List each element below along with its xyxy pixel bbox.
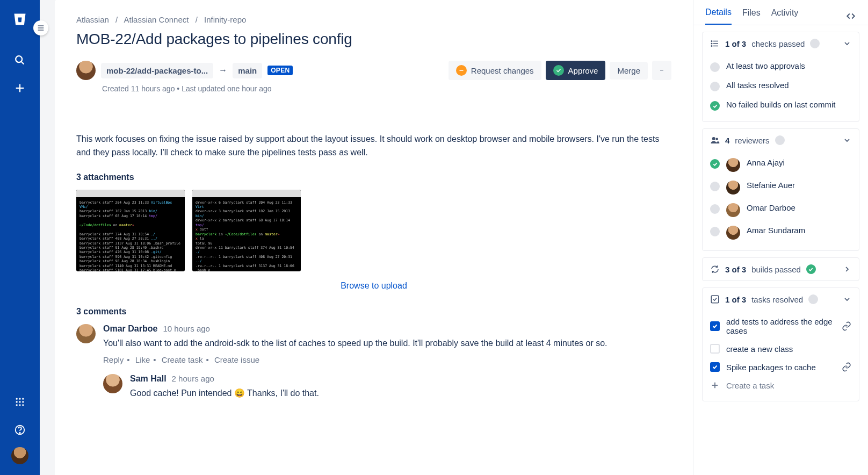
pr-meta-timestamps: Created 11 hours ago • Last updated one … [102, 84, 293, 93]
reply-link[interactable]: Reply [103, 355, 124, 364]
comment-avatar[interactable] [76, 324, 96, 343]
reviewers-panel: 4 reviewers Anna AjayiStefanie AuerOmar … [702, 128, 859, 251]
people-icon [710, 135, 720, 145]
reviewer-avatar[interactable] [726, 226, 740, 240]
comment-text: You'll also want to add the android-sdk … [103, 337, 671, 350]
plus-icon [710, 380, 720, 390]
reviewer-avatar[interactable] [726, 181, 740, 195]
help-icon[interactable] [9, 419, 31, 441]
tab-activity[interactable]: Activity [771, 8, 799, 24]
tab-details[interactable]: Details [705, 8, 732, 25]
svg-rect-30 [711, 296, 719, 303]
reviewers-panel-toggle[interactable]: 4 reviewers [703, 129, 859, 152]
sidebar-collapse-button[interactable] [33, 20, 48, 35]
refresh-icon [710, 264, 720, 274]
breadcrumb-repo[interactable]: Infinity-repo [204, 15, 246, 24]
svg-point-27 [711, 46, 712, 47]
svg-point-12 [22, 404, 24, 406]
reviewer-item: Stefanie Auer [710, 176, 851, 199]
reviewer-name[interactable]: Anna Ajayi [747, 158, 785, 167]
task-checkbox[interactable] [710, 321, 720, 331]
reviewer-avatar[interactable] [726, 158, 740, 172]
svg-point-26 [711, 43, 712, 44]
tasks-panel: 1 of 3 tasks resolved add tests to addre… [702, 287, 859, 401]
profile-avatar[interactable] [11, 447, 28, 464]
reviewer-item: Anna Ajayi [710, 154, 851, 176]
tasks-panel-toggle[interactable]: 1 of 3 tasks resolved [703, 288, 859, 311]
approved-icon [710, 159, 720, 169]
pending-icon [710, 227, 720, 236]
apps-icon[interactable] [9, 391, 31, 413]
svg-point-20 [661, 70, 662, 70]
breadcrumb-project[interactable]: Atlassian Connect [124, 15, 189, 24]
search-icon[interactable] [9, 49, 31, 71]
bitbucket-logo[interactable] [11, 11, 28, 28]
chevron-down-icon [843, 136, 851, 145]
status-indicator [810, 39, 820, 48]
svg-line-1 [21, 62, 24, 64]
task-item: add tests to address the edge cases [710, 313, 851, 340]
tab-files[interactable]: Files [742, 8, 761, 24]
breadcrumb-org[interactable]: Atlassian [76, 15, 109, 24]
svg-point-7 [16, 401, 18, 402]
pending-icon [710, 204, 720, 214]
comment-text: Good cache! Pun intended 😄 Thanks, I'll … [130, 387, 671, 400]
status-indicator [808, 294, 818, 304]
svg-point-21 [662, 70, 663, 70]
browse-upload-link[interactable]: Browse to upload [76, 281, 671, 291]
svg-point-6 [22, 398, 24, 400]
task-text: create a new class [726, 344, 851, 354]
chevron-down-icon [843, 39, 851, 48]
link-icon[interactable] [842, 321, 851, 331]
breadcrumb: Atlassian / Atlassian Connect / Infinity… [76, 15, 671, 24]
builds-panel: 3 of 3 builds passed [702, 257, 859, 281]
status-indicator [806, 264, 816, 274]
task-text: Spike packages to cache [726, 363, 835, 372]
attachment-thumbnail[interactable]: barryclark staff 204 Aug 23 11:33 Virtua… [76, 190, 185, 271]
create-task-button[interactable]: Create a task [710, 376, 851, 394]
task-item: create a new class [710, 340, 851, 358]
check-item: All tasks resolved [710, 76, 851, 96]
merge-button[interactable]: Merge [610, 62, 648, 80]
like-link[interactable]: Like [135, 355, 150, 364]
svg-point-8 [19, 401, 20, 402]
svg-point-10 [16, 404, 18, 406]
check-item-label: At least two approvals [726, 61, 805, 70]
chevron-right-icon [843, 265, 851, 274]
checks-panel-toggle[interactable]: 1 of 3 checks passed [703, 32, 859, 55]
reviewer-item: Amar Sundaram [710, 221, 851, 244]
svg-point-25 [711, 41, 712, 42]
comment-author[interactable]: Sam Hall [130, 374, 167, 384]
reviewer-name[interactable]: Omar Darboe [747, 203, 795, 212]
comment-author[interactable]: Omar Darboe [103, 324, 157, 334]
comment-time: 10 hours ago [163, 324, 210, 333]
chevron-down-icon [843, 295, 851, 304]
author-avatar[interactable] [76, 61, 96, 80]
expand-sidebar-icon[interactable] [845, 11, 856, 21]
check-item-label: All tasks resolved [726, 81, 789, 90]
svg-point-0 [16, 56, 22, 62]
builds-panel-toggle[interactable]: 3 of 3 builds passed [703, 258, 859, 280]
nav-rail [0, 0, 40, 475]
status-indicator [775, 135, 785, 145]
task-checkbox[interactable] [710, 362, 720, 372]
source-branch[interactable]: mob-22/add-packages-to... [101, 63, 213, 78]
target-branch[interactable]: main [233, 63, 262, 78]
svg-point-28 [712, 137, 715, 140]
create-task-link[interactable]: Create task [162, 355, 203, 364]
details-sidebar: Details Files Activity 1 of 3 checks pas… [693, 0, 868, 475]
task-checkbox[interactable] [710, 344, 720, 354]
reviewer-name[interactable]: Amar Sundaram [747, 226, 805, 235]
comment-avatar[interactable] [103, 374, 122, 393]
svg-point-9 [22, 401, 24, 402]
approve-button[interactable]: Approve [546, 61, 606, 80]
attachment-thumbnail[interactable]: drwxr-xr-x 6 barryclark staff 204 Aug 23… [192, 190, 301, 271]
request-changes-button[interactable]: Request changes [449, 61, 541, 80]
create-icon[interactable] [9, 77, 31, 99]
create-issue-link[interactable]: Create issue [214, 355, 259, 364]
more-actions-button[interactable] [652, 61, 671, 80]
minus-circle-icon [456, 65, 467, 76]
reviewer-name[interactable]: Stefanie Auer [747, 181, 795, 190]
link-icon[interactable] [842, 362, 851, 372]
reviewer-avatar[interactable] [726, 203, 740, 217]
